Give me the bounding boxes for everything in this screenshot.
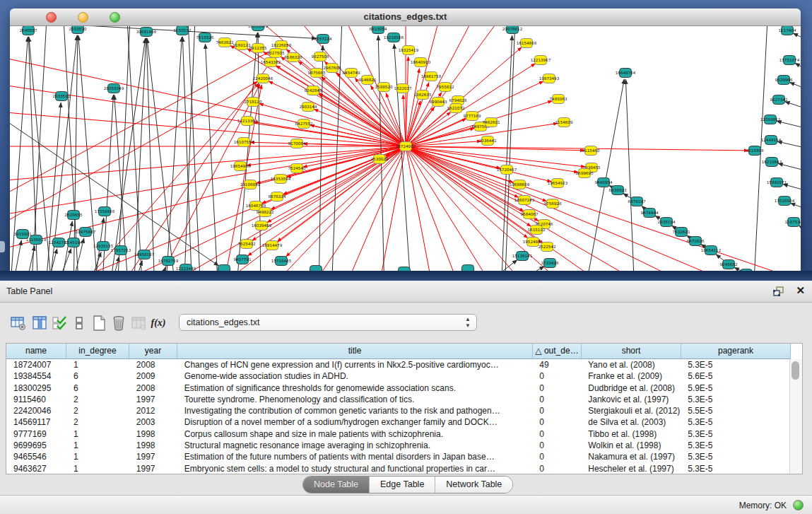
table-row[interactable]: 1872400712008Changes of HCN gene express… <box>6 359 790 370</box>
network-canvas[interactable]: 2640557210351030691406115053275155261605… <box>10 26 801 271</box>
scrollbar-thumb[interactable] <box>792 361 799 380</box>
table-cell[interactable]: 0 <box>532 428 581 440</box>
table-cell[interactable]: 9465546 <box>6 451 66 462</box>
tab-edge-table[interactable]: Edge Table <box>370 477 435 493</box>
network-node[interactable]: 16961758 <box>421 72 442 81</box>
table-row[interactable]: 1830029562008Estimation of significance … <box>6 382 790 394</box>
table-cell[interactable]: 1998 <box>129 440 177 451</box>
table-cell[interactable]: Nakamura et al. (1997) <box>581 451 681 462</box>
table-cell[interactable]: 5.3E-5 <box>681 463 790 474</box>
table-row[interactable]: 946362711997Embryonic stem cells: a mode… <box>6 463 790 474</box>
network-node[interactable]: 19654923 <box>548 179 568 188</box>
table-cell[interactable]: Jankovic et al. (1997) <box>581 394 681 405</box>
network-node[interactable]: 12323448 <box>176 264 196 271</box>
table-vertical-scrollbar[interactable] <box>789 359 802 474</box>
table-cell[interactable]: Changes of HCN gene expression and I(f) … <box>177 359 533 370</box>
table-cell[interactable]: 1997 <box>129 463 177 474</box>
table-selector-dropdown[interactable]: citations_edges.txt ▲▼ <box>179 314 477 331</box>
table-cell[interactable]: Disruption of a novel member of a sodium… <box>177 416 533 428</box>
table-cell[interactable]: 1 <box>66 428 129 440</box>
table-cell[interactable]: 2 <box>66 405 129 416</box>
network-node[interactable]: 1362635 <box>414 90 432 100</box>
network-node[interactable]: 15751074 <box>779 56 800 65</box>
network-node[interactable] <box>462 265 474 271</box>
table-cell[interactable]: 1 <box>66 451 129 462</box>
panel-collapse-handle[interactable] <box>0 241 5 252</box>
table-cell[interactable]: 5.9E-5 <box>681 382 790 394</box>
network-node[interactable]: 16210643 <box>762 158 782 167</box>
table-cell[interactable]: 1997 <box>129 394 177 405</box>
network-node[interactable] <box>218 265 230 271</box>
network-node[interactable]: 16648784 <box>616 69 636 78</box>
network-node[interactable] <box>310 266 322 271</box>
table-cell[interactable]: 0 <box>532 382 581 394</box>
column-header-6[interactable]: short <box>582 344 681 359</box>
table-cell[interactable]: 6 <box>66 370 129 382</box>
memory-ok-indicator-icon[interactable] <box>793 500 804 510</box>
network-node[interactable]: 15353594 <box>271 175 291 184</box>
table-cell[interactable]: 2012 <box>129 405 177 416</box>
table-cell[interactable]: 1998 <box>129 428 177 440</box>
network-node[interactable]: 15136141 <box>512 252 533 261</box>
table-cell[interactable]: Stergiakouli et al. (2012) <box>581 405 681 416</box>
modify-table-columns-icon[interactable] <box>8 313 28 333</box>
network-node[interactable]: 7357224 <box>314 35 332 44</box>
network-node[interactable]: 10958107 <box>134 250 155 259</box>
table-row[interactable]: 1456911722003Disruption of a novel membe… <box>6 416 790 428</box>
network-node[interactable]: 8427552 <box>295 119 313 129</box>
network-node[interactable]: 2640557 <box>20 26 37 35</box>
table-cell[interactable]: 0 <box>532 416 581 428</box>
network-node[interactable]: 20876612 <box>502 26 522 34</box>
network-node[interactable]: 9329966 <box>775 76 793 85</box>
network-node[interactable]: 15718485 <box>271 257 292 266</box>
table-cell[interactable]: Embryonic stem cells: a model to study s… <box>177 463 533 474</box>
network-node[interactable]: 12093852 <box>760 115 780 124</box>
table-cell[interactable]: Tibbo et al. (1998) <box>581 428 681 440</box>
table-cell[interactable]: 5.3E-5 <box>681 440 790 451</box>
network-node[interactable]: 2103510 <box>69 26 87 34</box>
table-cell[interactable]: Investigating the contribution of common… <box>177 405 533 416</box>
table-cell[interactable]: 0 <box>532 451 581 462</box>
table-cell[interactable]: Wolkin et al. (1998) <box>581 440 681 451</box>
citation-network-graph[interactable]: 2640557210351030691406115053275155261605… <box>10 26 801 271</box>
table-cell[interactable]: 2009 <box>129 370 177 382</box>
network-node[interactable]: 16039489 <box>252 221 272 230</box>
table-cell[interactable]: 9115460 <box>6 394 66 405</box>
network-node[interactable]: 16154808 <box>517 39 537 48</box>
network-node[interactable]: 8813054 <box>370 26 387 34</box>
table-cell[interactable]: 22420046 <box>6 405 66 416</box>
row-height-icon[interactable] <box>69 313 89 333</box>
network-node[interactable]: 12342737 <box>49 238 69 247</box>
network-node[interactable]: 2620655 <box>65 211 83 220</box>
table-cell[interactable]: 0 <box>532 370 581 382</box>
table-cell[interactable]: 1 <box>66 440 129 451</box>
delete-table-icon[interactable] <box>109 313 129 333</box>
table-cell[interactable]: 2008 <box>129 382 177 394</box>
table-cell[interactable]: 5.3E-5 <box>681 428 790 440</box>
table-row[interactable]: 977716911998Corpus callosum shape and si… <box>6 428 790 440</box>
table-cell[interactable]: Estimation of the future numbers of pati… <box>177 451 533 462</box>
table-cell[interactable]: 19384554 <box>6 370 66 382</box>
network-node[interactable]: 2967608 <box>324 64 341 73</box>
table-cell[interactable]: 18724007 <box>6 359 66 370</box>
table-row[interactable]: 911546021997Tourette syndrome. Phenomeno… <box>6 394 790 405</box>
network-node[interactable]: 19218506 <box>384 33 404 42</box>
network-node[interactable]: 7485063 <box>550 95 567 104</box>
table-cell[interactable]: Estimation of significance thresholds fo… <box>177 382 533 394</box>
table-row[interactable]: 1938455462009Genome-wide association stu… <box>6 370 790 382</box>
table-cell[interactable]: 0 <box>532 405 581 416</box>
table-cell[interactable]: 9777169 <box>6 428 66 440</box>
network-node[interactable]: 9115460 <box>582 146 600 156</box>
network-node[interactable]: 9227342 <box>770 95 788 105</box>
network-node[interactable]: 1154609 <box>555 118 573 127</box>
table-cell[interactable]: 6 <box>66 382 129 394</box>
table-cell[interactable]: 5.5E-5 <box>681 405 790 416</box>
network-node[interactable]: 9327508 <box>312 52 329 62</box>
table-cell[interactable]: 14569117 <box>6 416 66 428</box>
network-node[interactable]: 12444154 <box>761 136 782 145</box>
table-cell[interactable]: 2 <box>66 416 129 428</box>
network-node[interactable]: 11156819 <box>26 235 47 245</box>
network-node[interactable]: 16053809 <box>248 26 269 31</box>
network-node[interactable]: 18640910 <box>411 58 431 67</box>
network-node[interactable]: 19854988 <box>230 162 251 171</box>
